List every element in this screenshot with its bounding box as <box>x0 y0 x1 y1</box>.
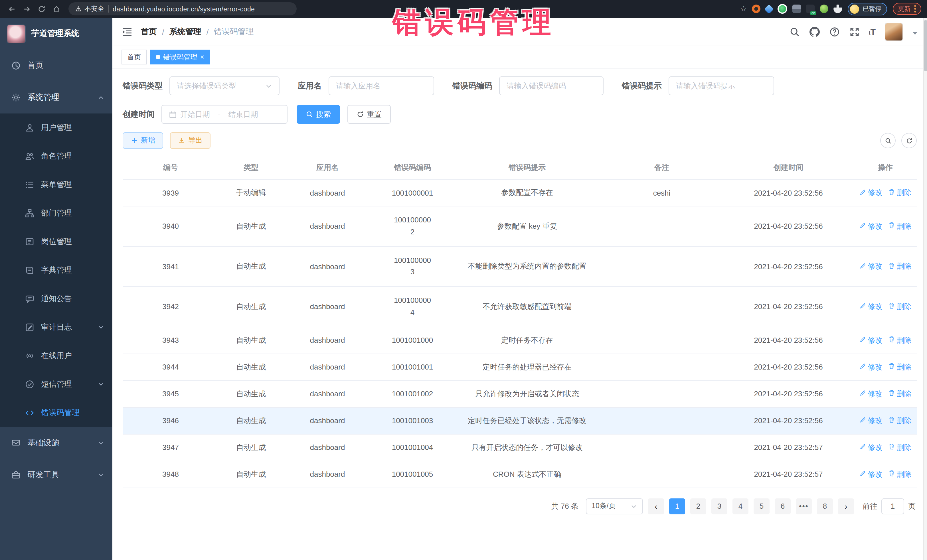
delete-link[interactable]: 删除 <box>888 221 912 232</box>
extension-icon-on-badge[interactable]: on <box>806 5 815 13</box>
add-button[interactable]: 新增 <box>123 132 163 149</box>
menu-list-icon <box>25 180 34 189</box>
page-size-select[interactable]: 10条/页 <box>586 498 643 514</box>
sidebar-item-基础设施[interactable]: 基础设施 <box>0 427 112 459</box>
toggle-search-button[interactable] <box>880 133 896 148</box>
sidebar-item-错误码管理[interactable]: 错误码管理 <box>0 399 112 427</box>
page-button-5[interactable]: 5 <box>754 498 769 514</box>
search-button[interactable]: 搜索 <box>296 105 340 124</box>
fullscreen-icon[interactable] <box>849 26 860 37</box>
browser-update-button[interactable]: 更新 ••• <box>893 3 921 15</box>
goto-page-input[interactable] <box>881 498 904 514</box>
browser-home-icon[interactable] <box>50 3 63 15</box>
delete-link[interactable]: 删除 <box>888 188 912 198</box>
cell-code: 1001001002 <box>371 381 453 407</box>
browser-forward-icon[interactable] <box>21 3 33 15</box>
edit-link[interactable]: 修改 <box>859 362 883 372</box>
delete-link[interactable]: 删除 <box>888 389 912 399</box>
edit-link[interactable]: 修改 <box>859 335 883 346</box>
tab-error-code[interactable]: 错误码管理 × <box>150 50 210 64</box>
error-type-select[interactable]: 请选择错误码类型 <box>169 76 280 95</box>
prev-page-button[interactable]: ‹ <box>648 498 664 514</box>
edit-icon <box>859 363 866 372</box>
sidebar-item-短信管理[interactable]: 短信管理 <box>0 370 112 399</box>
extension-icon-green-circle[interactable] <box>778 4 787 14</box>
delete-link[interactable]: 删除 <box>888 362 912 372</box>
browser-back-icon[interactable] <box>6 3 18 15</box>
sidebar-item-研发工具[interactable]: 研发工具 <box>0 459 112 491</box>
refresh-table-button[interactable] <box>901 133 917 148</box>
reset-button[interactable]: 重置 <box>347 105 391 124</box>
sidebar-item-角色管理[interactable]: 角色管理 <box>0 142 112 170</box>
browser-reload-icon[interactable] <box>35 3 48 15</box>
table-row: 3945自动生成dashboard1001001002只允许修改为开启或者关闭状… <box>123 381 917 407</box>
badge-icon <box>25 237 34 246</box>
edit-link[interactable]: 修改 <box>859 188 883 198</box>
sidebar-toggle-icon[interactable] <box>122 26 133 37</box>
address-bar[interactable]: 不安全 dashboard.yudao.iocoder.cn/system/er… <box>68 2 296 15</box>
edit-link[interactable]: 修改 <box>859 443 883 453</box>
logo-row[interactable]: 芋道管理系统 <box>0 18 112 50</box>
edit-link[interactable]: 修改 <box>859 416 883 426</box>
breadcrumb-system[interactable]: 系统管理 <box>169 27 201 37</box>
paused-profile-badge[interactable]: 已暂停 <box>848 3 887 15</box>
extension-icon-green-creature[interactable] <box>820 5 828 13</box>
delete-link[interactable]: 删除 <box>888 469 912 480</box>
sidebar-item-审计日志[interactable]: 审计日志 <box>0 313 112 341</box>
edit-link[interactable]: 修改 <box>859 261 883 272</box>
scrollbar-thumb[interactable] <box>924 20 927 71</box>
sidebar-item-通知公告[interactable]: 通知公告 <box>0 285 112 313</box>
delete-link[interactable]: 删除 <box>888 416 912 426</box>
extension-icon-grid[interactable] <box>792 5 801 13</box>
edit-link[interactable]: 修改 <box>859 221 883 232</box>
error-code-input[interactable]: 请输入错误码编码 <box>499 76 603 95</box>
page-button-6[interactable]: 6 <box>775 498 791 514</box>
date-range-picker[interactable]: 开始日期 - 结束日期 <box>161 105 287 124</box>
edit-link[interactable]: 修改 <box>859 469 883 480</box>
next-page-button[interactable]: › <box>838 498 854 514</box>
cell-app: dashboard <box>284 461 371 488</box>
github-icon[interactable] <box>809 26 820 37</box>
export-button[interactable]: 导出 <box>170 132 211 149</box>
page-button-2[interactable]: 2 <box>690 498 706 514</box>
sidebar-item-系统管理[interactable]: 系统管理 <box>0 82 112 114</box>
extension-icon-puzzle[interactable] <box>833 5 842 13</box>
kebab-menu-icon[interactable]: ••• <box>914 5 916 13</box>
tab-home[interactable]: 首页 <box>122 50 147 64</box>
avatar[interactable] <box>885 23 903 41</box>
page-button-4[interactable]: 4 <box>732 498 748 514</box>
sidebar-item-用户管理[interactable]: 用户管理 <box>0 114 112 142</box>
sidebar-item-首页[interactable]: 首页 <box>0 50 112 82</box>
sidebar-item-字典管理[interactable]: 字典管理 <box>0 256 112 285</box>
cell-actions: 修改删除 <box>854 434 917 461</box>
scrollbar[interactable] <box>923 18 927 560</box>
extension-icon-orange[interactable] <box>752 5 760 13</box>
url-text[interactable]: dashboard.yudao.iocoder.cn/system/error-… <box>112 5 255 12</box>
cell-created: 2021-04-20 23:52:56 <box>723 287 854 327</box>
page-button-8[interactable]: 8 <box>817 498 833 514</box>
sidebar-item-在线用户[interactable]: 在线用户 <box>0 341 112 370</box>
extension-icon-gem[interactable] <box>764 4 774 14</box>
close-icon[interactable]: × <box>200 54 204 61</box>
page-button-1[interactable]: 1 <box>669 498 685 514</box>
breadcrumb-home[interactable]: 首页 <box>141 27 157 37</box>
more-pages-button[interactable]: ••• <box>796 498 812 514</box>
error-message-input[interactable]: 请输入错误码提示 <box>669 76 774 95</box>
delete-link[interactable]: 删除 <box>888 261 912 272</box>
delete-link[interactable]: 删除 <box>888 302 912 312</box>
bookmark-star-icon[interactable]: ☆ <box>740 5 747 13</box>
edit-link[interactable]: 修改 <box>859 302 883 312</box>
sidebar-item-部门管理[interactable]: 部门管理 <box>0 199 112 228</box>
delete-link[interactable]: 删除 <box>888 443 912 453</box>
security-chip[interactable]: 不安全 <box>75 5 104 13</box>
search-icon[interactable] <box>789 26 800 37</box>
sidebar-item-菜单管理[interactable]: 菜单管理 <box>0 170 112 199</box>
sidebar-item-岗位管理[interactable]: 岗位管理 <box>0 228 112 256</box>
help-icon[interactable] <box>829 26 840 37</box>
delete-link[interactable]: 删除 <box>888 335 912 346</box>
font-size-icon[interactable]: tT <box>869 27 876 36</box>
page-button-3[interactable]: 3 <box>711 498 727 514</box>
edit-link[interactable]: 修改 <box>859 389 883 399</box>
caret-down-icon[interactable] <box>912 29 918 35</box>
app-name-input[interactable]: 请输入应用名 <box>328 76 434 95</box>
